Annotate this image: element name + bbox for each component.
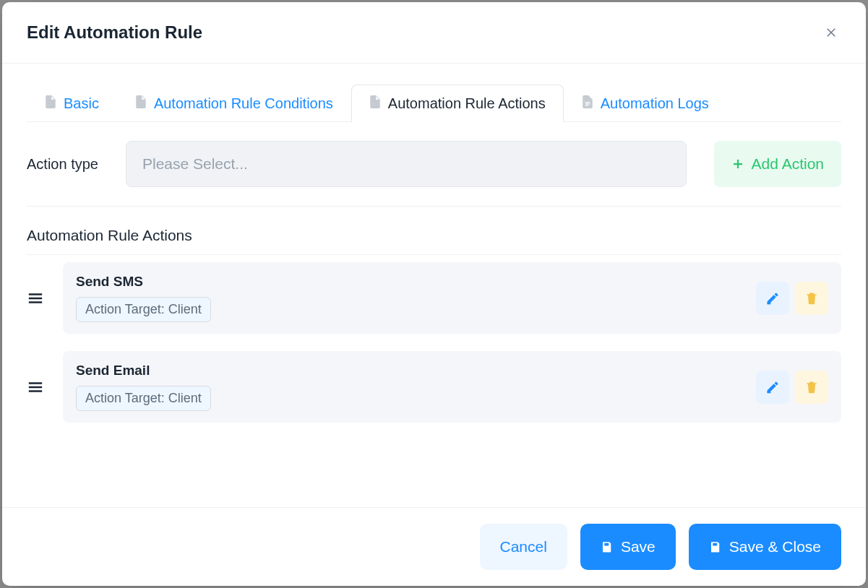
save-close-label: Save & Close — [729, 538, 821, 555]
modal-title: Edit Automation Rule — [27, 22, 202, 43]
trash-icon — [804, 291, 819, 306]
action-card: Send Email Action Target: Client — [63, 351, 841, 423]
cancel-label: Cancel — [500, 538, 547, 555]
edit-icon — [765, 291, 780, 306]
save-close-button[interactable]: Save & Close — [689, 524, 841, 570]
action-target-chip: Action Target: Client — [76, 297, 211, 322]
tab-label: Automation Rule Conditions — [154, 95, 333, 112]
action-card-left: Send Email Action Target: Client — [76, 363, 211, 411]
save-label: Save — [621, 538, 656, 555]
delete-action-button[interactable] — [795, 282, 828, 315]
delete-action-button[interactable] — [795, 371, 828, 404]
modal-body: Basic Automation Rule Conditions Automat… — [2, 64, 866, 507]
close-button[interactable] — [821, 22, 841, 43]
tab-label: Basic — [64, 95, 99, 112]
file-icon — [369, 95, 381, 112]
action-type-row: Action type Please Select... Add Action — [27, 122, 841, 207]
action-name: Send Email — [76, 363, 211, 379]
drag-icon — [27, 293, 43, 304]
tab-conditions[interactable]: Automation Rule Conditions — [117, 85, 351, 122]
drag-icon — [27, 381, 43, 393]
file-icon — [45, 95, 56, 112]
edit-automation-rule-modal: Edit Automation Rule Basic Automation Ru… — [2, 2, 866, 586]
file-icon — [135, 95, 147, 112]
save-button[interactable]: Save — [580, 524, 676, 570]
edit-action-button[interactable] — [756, 282, 789, 315]
action-target-chip: Action Target: Client — [76, 386, 211, 411]
select-placeholder: Please Select... — [142, 155, 248, 173]
tab-basic[interactable]: Basic — [27, 85, 117, 122]
floppy-icon — [709, 540, 722, 553]
drag-handle[interactable] — [27, 379, 44, 396]
tabs: Basic Automation Rule Conditions Automat… — [27, 84, 841, 122]
add-action-button[interactable]: Add Action — [714, 141, 841, 187]
close-icon — [825, 26, 838, 39]
modal-header: Edit Automation Rule — [2, 2, 866, 64]
action-card-right — [756, 371, 828, 404]
plus-icon — [731, 157, 744, 170]
lines-file-icon — [582, 95, 593, 112]
tab-actions[interactable]: Automation Rule Actions — [351, 85, 564, 122]
action-card-left: Send SMS Action Target: Client — [76, 274, 211, 322]
cancel-button[interactable]: Cancel — [480, 524, 567, 570]
modal-footer: Cancel Save Save & Close — [2, 507, 866, 586]
action-row: Send Email Action Target: Client — [27, 351, 841, 423]
tab-logs[interactable]: Automation Logs — [564, 85, 727, 122]
drag-handle[interactable] — [27, 290, 44, 307]
action-card: Send SMS Action Target: Client — [63, 262, 841, 334]
tab-label: Automation Rule Actions — [388, 95, 546, 112]
add-action-label: Add Action — [752, 155, 824, 173]
floppy-icon — [601, 540, 614, 553]
tab-label: Automation Logs — [601, 95, 709, 112]
action-row: Send SMS Action Target: Client — [27, 262, 841, 334]
actions-list: Send SMS Action Target: Client — [27, 255, 841, 423]
section-title: Automation Rule Actions — [27, 207, 841, 255]
action-type-label: Action type — [27, 156, 98, 173]
action-type-select[interactable]: Please Select... — [126, 141, 687, 187]
edit-icon — [765, 380, 780, 394]
edit-action-button[interactable] — [756, 371, 789, 404]
action-name: Send SMS — [76, 274, 211, 290]
trash-icon — [804, 380, 819, 394]
action-card-right — [756, 282, 828, 315]
